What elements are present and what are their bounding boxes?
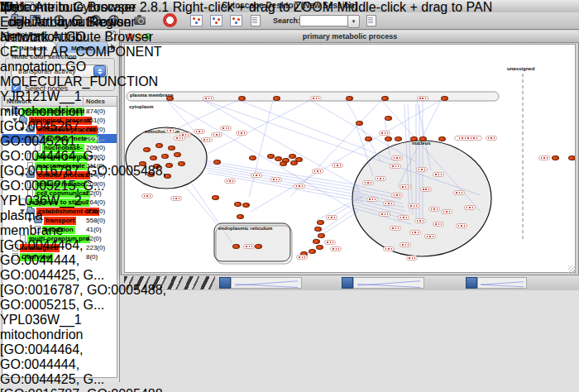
status-pan-hint: Middle-click + drag to PAN xyxy=(337,0,492,14)
network-node[interactable] xyxy=(441,96,448,101)
network-node[interactable] xyxy=(385,116,392,121)
network-node-labeled[interactable] xyxy=(414,218,426,223)
network-node[interactable] xyxy=(212,195,219,200)
network-node-labeled[interactable] xyxy=(296,255,308,260)
network-node[interactable] xyxy=(318,233,325,238)
annotation-form-icon[interactable] xyxy=(248,14,263,26)
network-node-labeled[interactable] xyxy=(486,136,497,141)
network-node[interactable] xyxy=(309,249,316,254)
network-node-labeled[interactable] xyxy=(220,126,232,131)
network-node-labeled[interactable] xyxy=(454,136,482,141)
network-node[interactable] xyxy=(232,244,240,249)
network-node[interactable] xyxy=(280,161,287,166)
network-node-labeled[interactable] xyxy=(433,172,444,177)
network-node-labeled[interactable] xyxy=(211,132,223,137)
network-node[interactable] xyxy=(267,154,275,159)
network-node-labeled[interactable] xyxy=(224,179,236,184)
network-node-labeled[interactable] xyxy=(538,155,550,160)
network-node-labeled[interactable] xyxy=(332,163,343,168)
network-node-labeled[interactable] xyxy=(464,205,476,210)
edge-mapper-icon[interactable] xyxy=(228,14,243,26)
network-node[interactable] xyxy=(356,121,363,126)
network-node-labeled[interactable] xyxy=(433,222,444,227)
network-node-labeled[interactable] xyxy=(456,223,467,228)
network-node[interactable] xyxy=(438,136,446,141)
network-node-labeled[interactable] xyxy=(379,212,390,217)
network-node-labeled[interactable] xyxy=(383,246,395,251)
network-node[interactable] xyxy=(295,157,303,162)
network-node[interactable] xyxy=(234,202,242,207)
table-row[interactable]: YJR121W__1mitochondrion[GO:0045267, GO:0… xyxy=(0,89,182,194)
network-node[interactable] xyxy=(317,220,324,225)
network-node-labeled[interactable] xyxy=(251,173,262,178)
network-node-labeled[interactable] xyxy=(400,184,411,189)
table-row[interactable]: YPL036W__1mitochondrion[GO:0044464, GO:0… xyxy=(0,313,182,392)
network-node-labeled[interactable] xyxy=(383,201,395,206)
network-node-labeled[interactable] xyxy=(243,244,255,249)
network-node-labeled[interactable] xyxy=(330,246,342,251)
network-node[interactable] xyxy=(346,96,353,101)
search-dropdown-icon[interactable]: ▾ xyxy=(347,15,360,28)
network-node[interactable] xyxy=(410,136,418,141)
network-node-labeled[interactable] xyxy=(424,234,436,239)
tab-edge-attribute-browser[interactable]: Edge Attribute Browser xyxy=(0,15,153,30)
network-node-labeled[interactable] xyxy=(366,197,378,202)
network-canvas[interactable]: plasma membrane cytoplasm mitochondrion … xyxy=(124,44,576,273)
network-node-labeled[interactable] xyxy=(390,164,401,169)
network-node-labeled[interactable] xyxy=(391,155,403,160)
network-node[interactable] xyxy=(385,136,392,141)
network-node[interactable] xyxy=(314,227,322,232)
network-node[interactable] xyxy=(395,136,402,141)
network-node-labeled[interactable] xyxy=(406,256,418,261)
network-node[interactable] xyxy=(213,160,221,165)
network-node-labeled[interactable] xyxy=(375,176,386,181)
network-node-labeled[interactable] xyxy=(294,184,305,189)
network-node-labeled[interactable] xyxy=(310,96,322,101)
node-mapper-icon[interactable] xyxy=(208,14,223,26)
tab-network-attribute-browser[interactable]: Network Attribute Browser xyxy=(0,30,153,45)
network-node[interactable] xyxy=(313,239,320,244)
network-node[interactable] xyxy=(365,136,372,141)
network-node-labeled[interactable] xyxy=(408,203,419,208)
network-node[interactable] xyxy=(552,155,559,160)
network-node-labeled[interactable] xyxy=(428,207,440,212)
network-node-labeled[interactable] xyxy=(362,180,374,185)
network-node-labeled[interactable] xyxy=(420,187,432,192)
network-node-labeled[interactable] xyxy=(326,215,337,220)
network-overview-icon[interactable] xyxy=(189,14,203,26)
network-node-labeled[interactable] xyxy=(390,226,401,231)
network-node[interactable] xyxy=(238,96,246,101)
network-node-labeled[interactable] xyxy=(379,131,390,136)
network-node-labeled[interactable] xyxy=(416,167,428,172)
network-node-labeled[interactable] xyxy=(203,96,214,101)
network-node[interactable] xyxy=(237,214,244,219)
network-node[interactable] xyxy=(568,155,576,160)
network-node[interactable] xyxy=(255,244,262,249)
network-node[interactable] xyxy=(419,136,427,141)
background-windows-strip xyxy=(120,275,579,290)
column-header[interactable]: annotation.GO MOLECULAR_FUNCTION xyxy=(0,60,182,89)
network-node-labeled[interactable] xyxy=(453,190,465,195)
network-node[interactable] xyxy=(381,96,389,101)
network-node-labeled[interactable] xyxy=(236,131,247,136)
resize-grip-icon[interactable] xyxy=(568,265,577,274)
network-node-labeled[interactable] xyxy=(194,129,205,134)
network-node[interactable] xyxy=(273,96,280,101)
network-node-labeled[interactable] xyxy=(398,215,409,220)
network-node-labeled[interactable] xyxy=(312,169,323,174)
network-node-labeled[interactable] xyxy=(400,242,411,247)
network-node-labeled[interactable] xyxy=(391,193,403,198)
network-node[interactable] xyxy=(242,203,250,208)
network-node-labeled[interactable] xyxy=(270,177,282,182)
network-node-labeled[interactable] xyxy=(417,96,428,101)
network-node-labeled[interactable] xyxy=(409,230,421,235)
network-node[interactable] xyxy=(249,155,256,160)
search-input[interactable] xyxy=(299,15,349,26)
table-row[interactable]: YPL036W__2plasma membrane[GO:0044464, GO… xyxy=(0,194,182,313)
network-node[interactable] xyxy=(275,156,282,161)
network-node-labeled[interactable] xyxy=(441,209,452,214)
network-node[interactable] xyxy=(316,245,323,250)
vizmap-edit-icon[interactable] xyxy=(364,14,379,26)
network-node-labeled[interactable] xyxy=(324,240,336,245)
network-node-labeled[interactable] xyxy=(201,137,213,142)
